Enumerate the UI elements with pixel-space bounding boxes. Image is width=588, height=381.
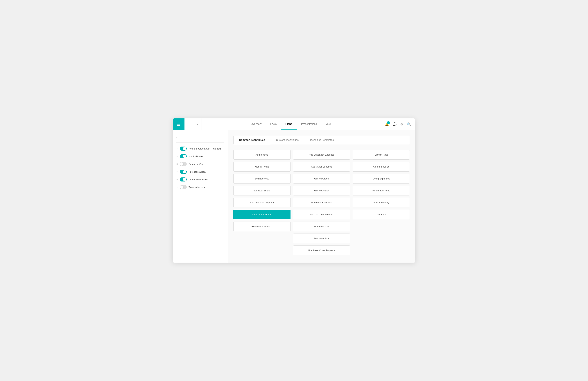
technique-button-tax-rate[interactable]: Tax Rate: [353, 210, 410, 219]
toggle[interactable]: [180, 154, 187, 158]
tab-custom-techniques[interactable]: Custom Techniques: [271, 136, 304, 144]
main-content: ‹ ≡Retire 3 Years Later - Age 68/67≡Modi…: [173, 130, 415, 263]
technique-button-purchase-boat[interactable]: Purchase Boat: [293, 234, 350, 243]
technique-name: Taxable Income: [189, 186, 205, 189]
main-nav: OverviewFactsPlansPresentationsVault: [202, 118, 380, 130]
header: ☰ ▼ OverviewFactsPlansPresentationsVault…: [173, 118, 415, 130]
technique-button-sell-real-estate[interactable]: Sell Real Estate: [233, 186, 291, 196]
drag-handle-icon[interactable]: ≡: [176, 186, 178, 189]
technique-button-purchase-other-property[interactable]: Purchase Other Property: [293, 246, 350, 255]
brand-label: [185, 118, 192, 130]
technique-item: ≡Purchase a Boat: [176, 168, 224, 176]
technique-column-2: Growth RateAnnual SavingsLiving Expenses…: [353, 150, 410, 255]
technique-name: Purchase Car: [189, 163, 203, 165]
back-button[interactable]: ‹: [176, 136, 224, 139]
technique-button-annual-savings[interactable]: Annual Savings: [353, 162, 410, 172]
technique-button-taxable-investment[interactable]: Taxable Investment: [233, 210, 291, 219]
nav-item-facts[interactable]: Facts: [266, 118, 281, 130]
technique-name: Retire 3 Years Later - Age 68/67: [189, 147, 223, 150]
notification-badge: [387, 121, 390, 124]
header-actions: 🔔 💬 ⚙ 🔍: [380, 122, 415, 126]
tabs: Common TechniquesCustom TechniquesTechni…: [233, 136, 410, 144]
drag-handle-icon[interactable]: ≡: [176, 170, 178, 173]
technique-name: Purchase Business: [189, 178, 209, 181]
technique-button-living-expenses[interactable]: Living Expenses: [353, 174, 410, 183]
technique-item: ≡Modify Home: [176, 153, 224, 160]
technique-column-0: Add IncomeModify HomeSell BusinessSell R…: [233, 150, 291, 255]
hamburger-icon: ☰: [177, 122, 180, 126]
tab-common-techniques[interactable]: Common Techniques: [233, 136, 271, 144]
technique-column-1: Add Education ExpenseAdd Other ExpenseGi…: [293, 150, 350, 255]
nav-item-presentations[interactable]: Presentations: [297, 118, 321, 130]
toggle[interactable]: [180, 170, 187, 174]
user-menu[interactable]: ▼: [192, 118, 202, 130]
technique-item: ≡Purchase Business: [176, 176, 224, 183]
technique-item: ≡Taxable Income: [176, 183, 224, 191]
logo-block[interactable]: ☰: [173, 118, 185, 130]
back-icon: ‹: [176, 136, 177, 139]
right-panel: Common TechniquesCustom TechniquesTechni…: [228, 130, 415, 263]
tab-technique-templates[interactable]: Technique Templates: [304, 136, 339, 144]
nav-item-plans[interactable]: Plans: [281, 118, 296, 130]
search-icon[interactable]: 🔍: [407, 122, 411, 126]
technique-button-purchase-car[interactable]: Purchase Car: [293, 222, 350, 231]
chat-icon[interactable]: 💬: [393, 122, 397, 126]
toggle[interactable]: [180, 147, 187, 151]
technique-name: Purchase a Boat: [189, 170, 206, 173]
app-window: ☰ ▼ OverviewFactsPlansPresentationsVault…: [173, 118, 415, 263]
technique-item: ≡Purchase Car: [176, 160, 224, 168]
toggle[interactable]: [180, 185, 187, 189]
technique-list: ≡Retire 3 Years Later - Age 68/67≡Modify…: [176, 145, 224, 191]
drag-handle-icon[interactable]: ≡: [176, 178, 178, 181]
technique-button-gift-to-person[interactable]: Gift to Person: [293, 174, 350, 183]
technique-button-retirement-ages[interactable]: Retirement Ages: [353, 186, 410, 196]
technique-grid: Add IncomeModify HomeSell BusinessSell R…: [233, 150, 410, 255]
toggle[interactable]: [180, 178, 187, 181]
technique-button-sell-business[interactable]: Sell Business: [233, 174, 291, 183]
drag-handle-icon[interactable]: ≡: [176, 147, 178, 150]
notifications-icon[interactable]: 🔔: [385, 122, 389, 126]
settings-icon[interactable]: ⚙: [400, 122, 403, 126]
technique-button-social-security[interactable]: Social Security: [353, 198, 410, 207]
toggle[interactable]: [180, 162, 187, 166]
technique-name: Modify Home: [189, 155, 203, 158]
technique-button-add-education-expense[interactable]: Add Education Expense: [293, 150, 350, 160]
technique-button-rebalance-portfolio[interactable]: Rebalance Portfolio: [233, 222, 291, 231]
technique-button-purchase-real-estate[interactable]: Purchase Real Estate: [293, 210, 350, 219]
technique-item: ≡Retire 3 Years Later - Age 68/67: [176, 145, 224, 153]
technique-button-growth-rate[interactable]: Growth Rate: [353, 150, 410, 160]
technique-button-add-income[interactable]: Add Income: [233, 150, 291, 160]
nav-item-overview[interactable]: Overview: [246, 118, 266, 130]
technique-button-add-other-expense[interactable]: Add Other Expense: [293, 162, 350, 172]
technique-button-modify-home[interactable]: Modify Home: [233, 162, 291, 172]
technique-button-purchase-business[interactable]: Purchase Business: [293, 198, 350, 207]
technique-button-sell-personal-property[interactable]: Sell Personal Property: [233, 198, 291, 207]
chevron-down-icon: ▼: [196, 123, 199, 126]
drag-handle-icon[interactable]: ≡: [176, 155, 178, 158]
drag-handle-icon[interactable]: ≡: [176, 162, 178, 165]
sidebar: ‹ ≡Retire 3 Years Later - Age 68/67≡Modi…: [173, 130, 228, 263]
nav-item-vault[interactable]: Vault: [321, 118, 336, 130]
technique-button-gift-to-charity[interactable]: Gift to Charity: [293, 186, 350, 196]
